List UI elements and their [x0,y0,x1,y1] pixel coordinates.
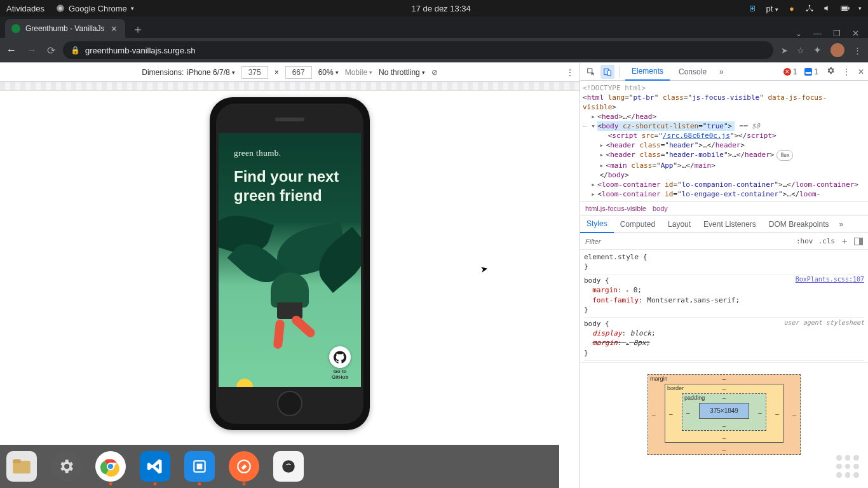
minimize-window-button[interactable]: — [813,29,822,38]
dock-postman[interactable] [229,451,259,482]
toggle-device-toolbar-button[interactable] [600,65,614,79]
close-tab-button[interactable]: ✕ [110,24,119,33]
tab-console[interactable]: Console [672,63,713,81]
hov-toggle[interactable]: :hov [796,237,813,245]
dom-node[interactable]: ▸<header class="header-mobile">…</header… [583,150,864,161]
breadcrumb-item[interactable]: body [653,205,668,212]
dom-node[interactable]: ▸<loom-container id="lo-engage-ext-conta… [583,189,864,199]
status-dot-icon: ● [787,4,796,13]
css-rule[interactable]: user agent stylesheet body { display: bl… [584,318,864,361]
tab-elements[interactable]: Elements [625,63,670,81]
chrome-menu-button[interactable]: ⋮ [853,46,862,55]
extensions-icon[interactable]: ✦ [813,44,822,56]
dock-files[interactable] [6,451,37,482]
styles-pane-toggle[interactable] [854,238,863,245]
subtab-event-listeners[interactable]: Event Listeners [697,215,763,233]
dom-node[interactable]: <script src="/src.68c6fe0c.js"></script> [583,131,864,140]
activities-button[interactable]: Atividades [6,4,44,13]
back-button[interactable]: ← [6,44,17,56]
subtab-computed[interactable]: Computed [614,215,661,233]
device-toolbar-menu[interactable]: ⋮ [566,67,574,78]
clock[interactable]: 17 de dez 13:34 [134,4,749,13]
active-app-label: Google Chrome [69,4,127,13]
css-rules-pane[interactable]: element.style { } BoxPlants.scss:107 bod… [580,250,868,362]
language-indicator[interactable]: pt ▾ [766,4,778,13]
devtools-close-button[interactable]: ✕ [858,67,864,76]
emulated-viewport[interactable]: green thumb. Find your next green friend… [219,133,361,387]
css-rule[interactable]: element.style { } [584,251,864,274]
system-tray[interactable]: ⛨ pt ▾ ● ▾ [749,4,862,13]
browser-tab[interactable]: Greenthumb - VanillaJs ✕ [5,19,125,38]
new-tab-button[interactable]: ＋ [129,20,147,38]
subtab-dom-breakpoints[interactable]: DOM Breakpoints [763,215,836,233]
error-count-badge[interactable]: ✕1 [783,67,797,76]
source-link[interactable]: BoxPlants.scss:107 [796,276,864,283]
device-select[interactable]: Dimensions: iPhone 6/7/8 ▾ [142,68,234,77]
rotate-button[interactable]: ⊘ [431,68,438,77]
lock-icon: 🔒 [71,46,80,55]
dock-chrome[interactable] [95,451,126,482]
width-input[interactable] [241,66,268,79]
reload-button[interactable]: ⟳ [47,44,55,57]
styles-filter-input[interactable] [585,238,791,245]
active-app-menu[interactable]: Google Chrome ▾ [56,4,134,13]
close-window-button[interactable]: ✕ [852,29,859,38]
battery-icon [841,4,850,13]
ruler [0,82,580,91]
subtab-layout[interactable]: Layout [661,215,697,233]
dom-node[interactable]: <html lang="pt-br" class="js-focus-visib… [583,93,864,102]
svg-rect-12 [13,459,21,463]
dom-tree[interactable]: <!DOCTYPE html> <html lang="pt-br" class… [580,81,868,201]
bm-padding-label: padding [684,395,705,401]
dom-node-selected[interactable]: ⋯ ▾<body cz-shortcut-listen="true"> == $… [583,121,864,131]
device-toolbar: Dimensions: iPhone 6/7/8 ▾ × 60%▾ Mobile… [0,63,580,82]
devtools-menu-button[interactable]: ⋮ [843,67,850,76]
breadcrumb-item[interactable]: html.js-focus-visible [585,205,646,212]
tab-search-button[interactable]: ⌄ [796,29,802,38]
dom-node[interactable]: ▸<loom-container id="lo-companion-contai… [583,180,864,189]
dom-breadcrumb[interactable]: html.js-focus-visible body [580,201,868,215]
dom-node[interactable]: ▸<header class="header">…</header> [583,140,864,150]
device-type-select[interactable]: Mobile▾ [345,68,372,77]
site-logo-text: green thumb. [234,148,281,158]
dock-vscode[interactable] [140,451,170,482]
box-model-diagram[interactable]: margin – – – – border – – – – padding – … [580,362,868,488]
dom-node[interactable]: </body> [583,170,864,180]
new-style-rule-button[interactable]: ＋ [840,236,849,247]
device-emulation-pane: Dimensions: iPhone 6/7/8 ▾ × 60%▾ Mobile… [0,63,580,488]
volume-icon [823,4,832,13]
dock-settings[interactable] [51,451,81,482]
zoom-select[interactable]: 60%▾ [318,68,339,77]
dom-node[interactable]: visible> [583,102,864,112]
dom-node[interactable]: ▸<main class="App">…</main> [583,161,864,170]
chevron-down-icon: ▾ [858,5,862,11]
devtools-settings-button[interactable] [826,66,835,77]
network-icon [805,4,814,13]
more-subtabs-button[interactable]: » [836,220,848,229]
phone-speaker [275,118,304,121]
more-tabs-button[interactable]: » [715,67,728,76]
address-bar[interactable]: 🔒 greenthumb-vanillajs.surge.sh [63,41,773,59]
chrome-icon [56,4,65,13]
svg-rect-6 [848,7,849,10]
github-badge[interactable]: Go toGitHub [325,346,355,381]
subtab-styles[interactable]: Styles [580,215,614,233]
send-icon[interactable]: ➤ [781,46,788,55]
maximize-window-button[interactable]: ❐ [833,29,841,38]
height-input[interactable] [285,66,312,79]
info-count-badge[interactable]: ▬1 [804,67,818,76]
throttling-select[interactable]: No throttling▾ [379,68,425,77]
inspect-element-button[interactable] [584,65,598,79]
dock-app-other[interactable] [273,451,304,482]
profile-avatar[interactable] [831,43,844,57]
dom-node[interactable]: <!DOCTYPE html> [583,83,864,93]
svg-rect-17 [197,464,203,470]
forward-button: → [27,44,37,56]
bookmark-star-icon[interactable]: ☆ [797,46,804,55]
cls-toggle[interactable]: .cls [818,237,836,245]
svg-point-4 [811,10,813,11]
dom-node[interactable]: ▸<head>…</head> [583,112,864,121]
css-rule[interactable]: BoxPlants.scss:107 body { margin: ▸ 0; f… [584,274,864,318]
dock-app-blue[interactable] [184,451,215,482]
show-applications-button[interactable] [836,455,859,478]
